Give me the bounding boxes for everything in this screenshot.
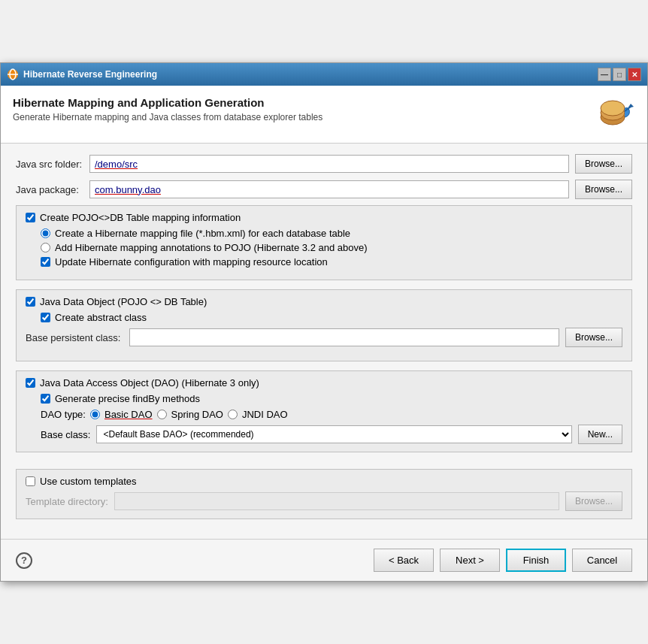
- java-src-input[interactable]: [89, 155, 569, 173]
- update-config-checkbox[interactable]: [41, 257, 50, 267]
- java-package-browse-button[interactable]: Browse...: [575, 180, 632, 199]
- template-dir-label: Template directory:: [26, 496, 108, 507]
- base-class-row: Base class: <Default Base DAO> (recommen…: [41, 425, 622, 444]
- pojo-radio-group: Create a Hibernate mapping file (*.hbm.x…: [41, 228, 622, 268]
- pojo-checkbox[interactable]: [26, 213, 35, 222]
- annotation-radio[interactable]: [41, 243, 50, 252]
- page-subtitle: Generate Hibernate mapping and Java clas…: [13, 112, 322, 122]
- dao-type-label: DAO type:: [41, 409, 86, 420]
- base-persistent-browse-button[interactable]: Browse...: [565, 328, 622, 347]
- dao-section: Java Data Access Object (DAO) (Hibernate…: [16, 370, 632, 452]
- back-button[interactable]: < Back: [374, 549, 434, 572]
- abstract-class-row: Create abstract class: [41, 312, 622, 323]
- base-persistent-input[interactable]: [129, 328, 559, 346]
- jndi-dao-label[interactable]: JNDI DAO: [242, 409, 288, 420]
- footer-buttons: < Back Next > Finish Cancel: [374, 549, 632, 572]
- footer-left: ?: [16, 552, 32, 569]
- java-data-checkbox-label[interactable]: Java Data Object (POJO <> DB Table): [40, 296, 207, 307]
- next-button[interactable]: Next >: [440, 549, 500, 572]
- java-data-checkbox-row: Java Data Object (POJO <> DB Table): [26, 296, 622, 307]
- java-src-label: Java src folder:: [16, 159, 83, 170]
- pojo-section: Create POJO<>DB Table mapping informatio…: [16, 205, 632, 280]
- pojo-checkbox-label[interactable]: Create POJO<>DB Table mapping informatio…: [40, 212, 241, 223]
- cancel-button[interactable]: Cancel: [572, 549, 632, 572]
- dao-checkbox-row: Java Data Access Object (DAO) (Hibernate…: [26, 377, 622, 389]
- finish-button[interactable]: Finish: [506, 549, 566, 572]
- content-area: Java src folder: Browse... Java package:…: [1, 144, 647, 539]
- main-window: Hibernate Reverse Engineering — □ ✕ Hibe…: [0, 62, 648, 582]
- custom-templates-label[interactable]: Use custom templates: [40, 476, 137, 487]
- pojo-checkbox-row: Create POJO<>DB Table mapping informatio…: [26, 212, 622, 223]
- maximize-button[interactable]: □: [613, 68, 626, 81]
- java-package-label: Java package:: [16, 184, 83, 195]
- annotation-radio-label[interactable]: Add Hibernate mapping annotations to POJ…: [55, 242, 368, 253]
- pojo-radio1-row: Create a Hibernate mapping file (*.hbm.x…: [41, 228, 622, 239]
- java-src-row: Java src folder: Browse...: [16, 154, 632, 174]
- java-package-row: Java package: Browse...: [16, 180, 632, 199]
- abstract-class-checkbox[interactable]: [41, 313, 50, 322]
- hbm-radio-label[interactable]: Create a Hibernate mapping file (*.hbm.x…: [55, 228, 350, 239]
- base-class-label: Base class:: [41, 429, 90, 440]
- spring-dao-label[interactable]: Spring DAO: [171, 409, 223, 420]
- separator: [16, 461, 632, 469]
- java-package-input[interactable]: [89, 180, 569, 198]
- hbm-radio[interactable]: [41, 228, 50, 238]
- update-config-row: Update Hibernate configuration with mapp…: [41, 256, 622, 268]
- dao-checkbox[interactable]: [26, 378, 35, 388]
- page-title: Hibernate Mapping and Application Genera…: [13, 96, 322, 109]
- java-data-checkbox[interactable]: [26, 297, 35, 307]
- dao-sub: Generate precise findBy methods DAO type…: [41, 393, 622, 444]
- footer: ? < Back Next > Finish Cancel: [1, 539, 647, 581]
- findby-row: Generate precise findBy methods: [41, 393, 622, 404]
- custom-templates-checkbox[interactable]: [26, 476, 35, 486]
- abstract-class-label[interactable]: Create abstract class: [55, 312, 147, 323]
- base-class-select[interactable]: <Default Base DAO> (recommended): [96, 425, 571, 443]
- minimize-button[interactable]: —: [598, 68, 611, 81]
- basic-dao-label[interactable]: Basic DAO: [104, 409, 153, 420]
- dao-type-row: DAO type: Basic DAO Spring DAO JNDI DAO: [41, 409, 622, 420]
- java-data-section: Java Data Object (POJO <> DB Table) Crea…: [16, 289, 632, 361]
- spring-dao-radio[interactable]: [157, 410, 167, 419]
- title-bar: Hibernate Reverse Engineering — □ ✕: [1, 63, 647, 86]
- header-text: Hibernate Mapping and Application Genera…: [13, 96, 322, 122]
- java-src-browse-button[interactable]: Browse...: [575, 154, 632, 174]
- custom-templates-checkbox-row: Use custom templates: [26, 476, 622, 487]
- base-persistent-row: Base persistent class: Browse...: [26, 328, 622, 347]
- title-controls: — □ ✕: [598, 68, 641, 81]
- dao-checkbox-label[interactable]: Java Data Access Object (DAO) (Hibernate…: [40, 377, 259, 389]
- close-button[interactable]: ✕: [628, 68, 641, 81]
- window-title: Hibernate Reverse Engineering: [23, 69, 157, 80]
- template-dir-row: Template directory: Browse...: [26, 491, 622, 511]
- base-persistent-label: Base persistent class:: [26, 332, 123, 343]
- java-data-sub: Create abstract class: [41, 312, 622, 323]
- svg-point-5: [601, 101, 625, 116]
- app-icon: [7, 68, 19, 80]
- findby-label[interactable]: Generate precise findBy methods: [55, 393, 200, 404]
- title-bar-left: Hibernate Reverse Engineering: [7, 68, 157, 80]
- basic-dao-radio[interactable]: [90, 410, 100, 419]
- template-browse-button: Browse...: [565, 491, 622, 511]
- pojo-radio2-row: Add Hibernate mapping annotations to POJ…: [41, 242, 622, 253]
- update-config-label[interactable]: Update Hibernate configuration with mapp…: [55, 256, 328, 268]
- jndi-dao-radio[interactable]: [228, 410, 238, 419]
- help-button[interactable]: ?: [16, 552, 32, 569]
- template-dir-input: [114, 492, 559, 510]
- findby-checkbox[interactable]: [41, 394, 50, 404]
- header-icon: [598, 96, 635, 134]
- header-section: Hibernate Mapping and Application Genera…: [1, 86, 647, 144]
- custom-templates-section: Use custom templates Template directory:…: [16, 469, 632, 519]
- new-button[interactable]: New...: [578, 425, 622, 444]
